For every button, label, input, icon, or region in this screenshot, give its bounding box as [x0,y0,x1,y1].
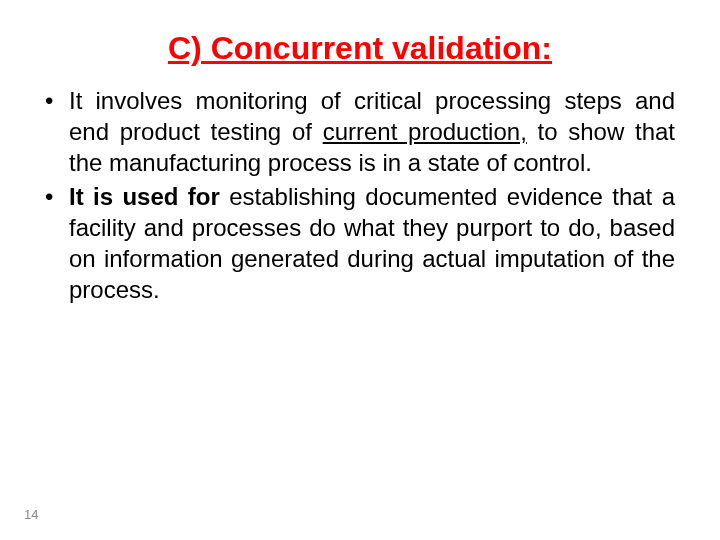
bullet-item: • It involves monitoring of critical pro… [45,85,675,179]
bullet-item: • It is used for establishing documented… [45,181,675,306]
bullet-text-bold: It is used for [69,183,220,210]
slide-container: C) Concurrent validation: • It involves … [0,0,720,540]
slide-title: C) Concurrent validation: [20,30,700,67]
bullet-text: It involves monitoring of critical proce… [69,85,675,179]
bullet-marker-icon: • [45,181,69,306]
bullet-text: It is used for establishing documented e… [69,181,675,306]
page-number: 14 [24,507,38,522]
slide-content: • It involves monitoring of critical pro… [20,85,700,305]
bullet-marker-icon: • [45,85,69,179]
bullet-text-underlined: current production, [323,118,527,145]
